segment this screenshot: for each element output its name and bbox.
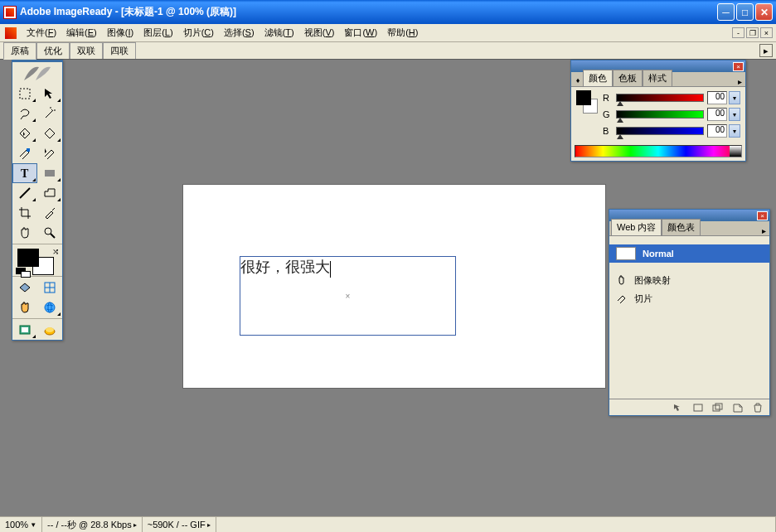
web-content-panel[interactable]: × Web 内容 颜色表 ▸ Normal 图像映射 切片 bbox=[609, 209, 770, 416]
imagemap-select-tool[interactable] bbox=[12, 123, 37, 143]
menu-help[interactable]: 帮助(H) bbox=[382, 25, 423, 41]
rectangle-tool[interactable] bbox=[37, 163, 62, 183]
color-tab-color[interactable]: 颜色 bbox=[583, 70, 613, 86]
opt-tab-2up[interactable]: 双联 bbox=[70, 42, 103, 59]
maximize-button[interactable]: □ bbox=[736, 3, 754, 21]
slice-tool[interactable] bbox=[12, 143, 37, 163]
color-panel-collapse-icon[interactable]: ♦ bbox=[573, 75, 583, 86]
toggle-imagemap-visibility-tool[interactable] bbox=[12, 278, 37, 297]
rollover-state-icon[interactable] bbox=[672, 402, 685, 414]
slice-select-tool[interactable] bbox=[37, 143, 62, 163]
color-panel-swatches[interactable] bbox=[576, 90, 598, 130]
color-spectrum[interactable] bbox=[575, 145, 742, 157]
svg-point-10 bbox=[45, 302, 55, 312]
svg-line-4 bbox=[20, 188, 30, 198]
slider-track-b[interactable] bbox=[616, 127, 704, 135]
crop-tool[interactable] bbox=[12, 203, 37, 223]
text-bounding-box[interactable]: 很好，很强大 × bbox=[240, 256, 456, 336]
web-panel-close-button[interactable]: × bbox=[757, 211, 768, 220]
dropdown-r[interactable]: ▾ bbox=[729, 91, 740, 104]
type-tool[interactable]: T bbox=[12, 163, 37, 183]
options-expand-icon[interactable]: ▸ bbox=[759, 44, 773, 57]
slider-r: R 00 ▾ bbox=[603, 90, 740, 105]
dropdown-b[interactable]: ▾ bbox=[729, 124, 740, 138]
opt-tab-optimized[interactable]: 优化 bbox=[36, 42, 70, 59]
opt-tab-4up[interactable]: 四联 bbox=[103, 42, 136, 59]
web-item-imagemap[interactable]: 图像映射 bbox=[609, 271, 769, 289]
move-tool[interactable] bbox=[37, 84, 62, 104]
web-tab-content[interactable]: Web 内容 bbox=[611, 219, 662, 235]
new-item-icon[interactable] bbox=[731, 402, 744, 414]
menu-edit[interactable]: 编辑(E) bbox=[61, 25, 102, 41]
toggle-slices-visibility-tool[interactable] bbox=[37, 278, 62, 297]
menu-view[interactable]: 视图(V) bbox=[299, 25, 340, 41]
color-panel-close-button[interactable]: × bbox=[733, 62, 744, 71]
jump-to-golive-tool[interactable] bbox=[37, 320, 62, 340]
canvas-text-content[interactable]: 很好，很强大 bbox=[240, 257, 330, 277]
menu-select[interactable]: 选择(S) bbox=[219, 25, 259, 41]
mdi-minimize-button[interactable]: - bbox=[732, 27, 744, 38]
marquee-tool[interactable] bbox=[12, 84, 37, 104]
lasso-tool[interactable] bbox=[12, 104, 37, 123]
knife-icon bbox=[616, 293, 628, 304]
size-field[interactable]: ~590K / -- GIF▸ bbox=[143, 517, 216, 532]
zoom-field[interactable]: 100%▼ bbox=[0, 517, 42, 532]
color-tab-swatches[interactable]: 色板 bbox=[613, 70, 643, 86]
svg-point-15 bbox=[46, 327, 54, 332]
web-tab-colortable[interactable]: 颜色表 bbox=[662, 219, 701, 235]
hand-tool[interactable] bbox=[12, 223, 37, 243]
color-panel-fg-swatch[interactable] bbox=[576, 90, 591, 105]
menu-file[interactable]: 文件(F) bbox=[22, 25, 61, 41]
zoom-tool[interactable] bbox=[37, 223, 62, 243]
tools-header[interactable] bbox=[12, 62, 62, 84]
value-g[interactable]: 00 bbox=[707, 108, 727, 121]
value-b[interactable]: 00 bbox=[707, 124, 727, 138]
rollover-preview-tool[interactable] bbox=[12, 297, 37, 317]
magic-wand-tool[interactable] bbox=[37, 104, 62, 123]
dropdown-g[interactable]: ▾ bbox=[729, 108, 740, 121]
chevron-down-icon[interactable]: ▼ bbox=[30, 521, 36, 529]
canvas[interactable]: 很好，很强大 × bbox=[182, 184, 606, 389]
text-center-marker: × bbox=[346, 292, 351, 301]
timing-field[interactable]: -- / --秒 @ 28.8 Kbps▸ bbox=[42, 517, 143, 532]
slider-track-r[interactable] bbox=[616, 94, 704, 102]
menu-slice[interactable]: 切片(C) bbox=[178, 25, 219, 41]
tools-palette[interactable]: T ⤭ bbox=[12, 60, 63, 341]
jump-to-photoshop-tool[interactable] bbox=[12, 320, 37, 340]
color-panel-menu-icon[interactable]: ▸ bbox=[734, 77, 745, 86]
trash-icon[interactable] bbox=[751, 402, 764, 414]
chevron-right-icon[interactable]: ▸ bbox=[133, 521, 137, 529]
color-panel[interactable]: × ♦ 颜色 色板 样式 ▸ R 00 ▾ G bbox=[570, 60, 746, 162]
color-tab-styles[interactable]: 样式 bbox=[643, 70, 672, 86]
menu-image[interactable]: 图像(I) bbox=[102, 25, 138, 41]
new-frame-icon[interactable] bbox=[691, 402, 705, 414]
web-panel-footer bbox=[609, 399, 769, 415]
menu-layer[interactable]: 图层(L) bbox=[138, 25, 177, 41]
web-panel-menu-icon[interactable]: ▸ bbox=[758, 226, 769, 235]
eyedropper-tool[interactable] bbox=[37, 203, 62, 223]
mdi-close-button[interactable]: × bbox=[760, 27, 773, 38]
imagemap-tool[interactable] bbox=[37, 123, 62, 143]
menu-window[interactable]: 窗口(W) bbox=[339, 25, 382, 41]
feather-logo-icon bbox=[21, 64, 54, 82]
slider-track-g[interactable] bbox=[616, 110, 704, 118]
opt-tab-original[interactable]: 原稿 bbox=[3, 42, 36, 60]
tab-rectangle-tool[interactable] bbox=[37, 183, 62, 203]
menu-filter[interactable]: 滤镜(T) bbox=[259, 25, 299, 41]
mdi-restore-button[interactable]: ❐ bbox=[746, 27, 759, 38]
preview-browser-tool[interactable] bbox=[37, 297, 62, 317]
new-layer-slice-icon[interactable] bbox=[711, 402, 725, 414]
label-r: R bbox=[603, 93, 613, 103]
label-b: B bbox=[603, 126, 613, 136]
color-swatches[interactable]: ⤭ bbox=[12, 245, 62, 275]
svg-rect-1 bbox=[27, 148, 30, 152]
web-item-slice[interactable]: 切片 bbox=[609, 289, 769, 307]
web-item-normal[interactable]: Normal bbox=[609, 244, 769, 263]
foreground-color-swatch[interactable] bbox=[17, 249, 39, 267]
value-r[interactable]: 00 bbox=[707, 91, 727, 104]
line-tool[interactable] bbox=[12, 183, 37, 203]
swap-colors-icon[interactable]: ⤭ bbox=[52, 247, 59, 256]
close-button[interactable]: ✕ bbox=[755, 3, 773, 21]
chevron-right-icon[interactable]: ▸ bbox=[207, 521, 211, 529]
minimize-button[interactable]: ─ bbox=[717, 3, 735, 21]
